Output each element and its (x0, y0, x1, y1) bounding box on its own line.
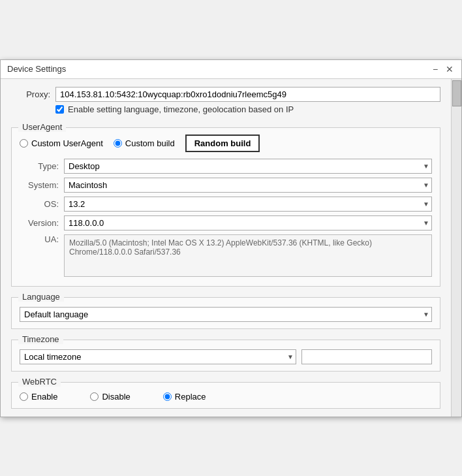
close-button[interactable]: ✕ (444, 64, 455, 74)
language-select[interactable]: Default language English French German S… (20, 307, 432, 322)
webrtc-disable-option[interactable]: Disable (90, 392, 130, 402)
version-row: Version: 118.0.0.0 117.0.0.0 116.0.0.0 ▼ (20, 215, 432, 230)
os-select[interactable]: 13.2 13.1 12.6 11.7 (64, 197, 432, 212)
ua-textarea[interactable]: Mozilla/5.0 (Macintosh; Intel Mac OS X 1… (64, 234, 432, 277)
proxy-section: Proxy: Enable setting language, timezone… (11, 87, 440, 114)
proxy-checkbox[interactable] (55, 105, 64, 114)
system-select[interactable]: Macintosh Windows Linux (64, 178, 432, 193)
version-label: Version: (20, 218, 59, 228)
os-label: OS: (20, 199, 59, 209)
type-select[interactable]: Desktop Mobile Tablet (64, 159, 432, 174)
proxy-checkbox-row: Enable setting language, timezone, geolo… (55, 104, 440, 114)
type-row: Type: Desktop Mobile Tablet ▼ (20, 159, 432, 174)
useragent-legend: UserAgent (18, 122, 66, 132)
option-custom-useragent[interactable]: Custom UserAgent (20, 138, 103, 148)
language-section: Language Default language English French… (11, 297, 440, 329)
webrtc-replace-option[interactable]: Replace (163, 392, 206, 402)
system-row: System: Macintosh Windows Linux ▼ (20, 178, 432, 193)
webrtc-enable-option[interactable]: Enable (20, 392, 57, 402)
version-select-wrapper: 118.0.0.0 117.0.0.0 116.0.0.0 ▼ (64, 215, 432, 230)
os-select-wrapper: 13.2 13.1 12.6 11.7 ▼ (64, 197, 432, 212)
webrtc-options: Enable Disable Replace (20, 392, 432, 402)
version-select[interactable]: 118.0.0.0 117.0.0.0 116.0.0.0 (64, 215, 432, 230)
scrollbar-thumb[interactable] (452, 80, 461, 106)
timezone-row: Local timezone UTC America/New_York Euro… (20, 349, 432, 364)
title-bar-buttons: − ✕ (430, 64, 455, 74)
type-label: Type: (20, 161, 59, 171)
os-row: OS: 13.2 13.1 12.6 11.7 ▼ (20, 197, 432, 212)
main-area: Proxy: Enable setting language, timezone… (1, 79, 461, 417)
title-bar: Device Settings − ✕ (1, 60, 461, 79)
webrtc-replace-label: Replace (175, 392, 206, 402)
webrtc-legend: WebRTC (18, 377, 61, 387)
proxy-input-row: Proxy: (11, 87, 440, 102)
language-legend: Language (18, 292, 64, 302)
proxy-input[interactable] (55, 87, 440, 102)
minimize-button[interactable]: − (430, 64, 440, 74)
device-settings-window: Device Settings − ✕ Proxy: Enable settin… (0, 59, 462, 417)
ua-label: UA: (20, 234, 59, 244)
system-select-wrapper: Macintosh Windows Linux ▼ (64, 178, 432, 193)
useragent-options: Custom UserAgent Custom build Random bui… (20, 135, 432, 152)
webrtc-enable-label: Enable (31, 392, 57, 402)
timezone-extra-input[interactable] (301, 349, 432, 364)
timezone-legend: Timezone (18, 334, 63, 344)
webrtc-disable-label: Disable (102, 392, 130, 402)
option-custom-useragent-label: Custom UserAgent (31, 138, 103, 148)
timezone-select[interactable]: Local timezone UTC America/New_York Euro… (20, 349, 296, 364)
ua-row: UA: Mozilla/5.0 (Macintosh; Intel Mac OS… (20, 234, 432, 277)
proxy-checkbox-label[interactable]: Enable setting language, timezone, geolo… (68, 104, 294, 114)
timezone-select-wrapper: Local timezone UTC America/New_York Euro… (20, 349, 296, 364)
useragent-section: UserAgent Custom UserAgent Custom build … (11, 127, 440, 287)
type-select-wrapper: Desktop Mobile Tablet ▼ (64, 159, 432, 174)
language-select-wrapper: Default language English French German S… (20, 307, 432, 322)
random-build-button[interactable]: Random build (185, 135, 260, 152)
option-custom-build[interactable]: Custom build (114, 138, 175, 148)
proxy-label: Proxy: (11, 89, 50, 99)
system-label: System: (20, 180, 59, 190)
option-custom-build-label: Custom build (125, 138, 175, 148)
scrollbar-track[interactable] (451, 79, 461, 417)
webrtc-section: WebRTC Enable Disable Replace (11, 382, 440, 409)
window-title: Device Settings (7, 64, 66, 74)
timezone-section: Timezone Local timezone UTC America/New_… (11, 340, 440, 372)
content-area: Proxy: Enable setting language, timezone… (1, 79, 451, 417)
